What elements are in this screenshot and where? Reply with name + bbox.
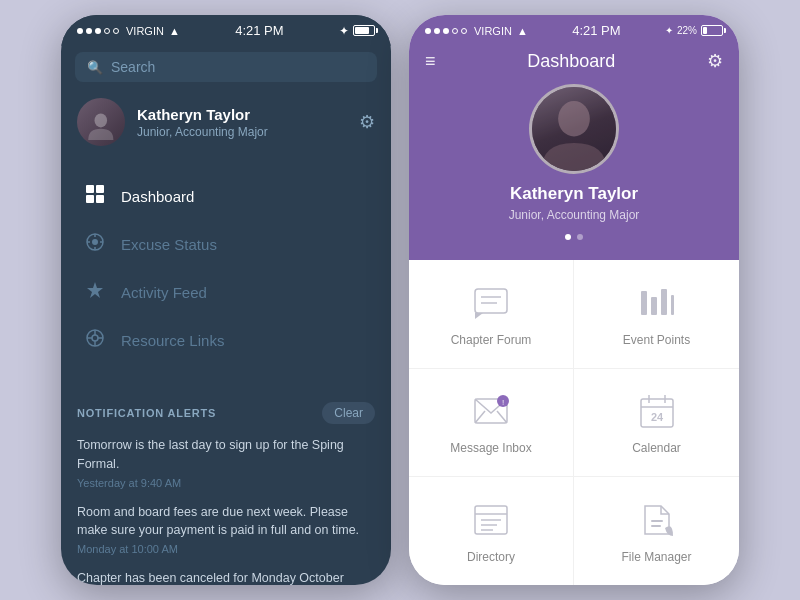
svg-point-6 (92, 239, 98, 245)
svg-point-13 (92, 335, 98, 341)
battery-percent: 22% (677, 25, 697, 36)
user-title-right: Junior, Accounting Major (509, 208, 640, 222)
battery-tip (376, 28, 378, 33)
user-name-left: Katheryn Taylor (137, 106, 359, 123)
phone-right: VIRGIN ▲ 4:21 PM ✦ 22% ≡ Dashboard ⚙ (409, 15, 739, 585)
nav-item-resource-links[interactable]: Resource Links (61, 316, 391, 364)
dashboard-header: ≡ Dashboard ⚙ Katheryn Taylor Junior, Ac… (409, 46, 739, 260)
search-icon: 🔍 (87, 60, 103, 75)
avatar-left (77, 98, 125, 146)
svg-rect-19 (532, 87, 616, 171)
calendar-icon: 24 (635, 389, 679, 433)
notif-time-0: Yesterday at 9:40 AM (77, 477, 375, 489)
nav-item-excuse-status[interactable]: Excuse Status (61, 220, 391, 268)
svg-rect-26 (671, 295, 674, 315)
icon-cell-calendar[interactable]: 24 Calendar (574, 369, 739, 478)
svg-rect-20 (475, 289, 507, 313)
clear-button[interactable]: Clear (322, 402, 375, 424)
svg-point-0 (95, 113, 108, 127)
notif-text-0: Tomorrow is the last day to sign up for … (77, 436, 375, 474)
dashboard-icon (85, 185, 105, 207)
header-top-bar: ≡ Dashboard ⚙ (425, 46, 723, 84)
avatar-right (529, 84, 619, 174)
icon-cell-file-manager[interactable]: File Manager (574, 477, 739, 585)
icon-grid: Chapter Forum Event Points (409, 260, 739, 585)
notif-item-1: Room and board fees are due next week. P… (77, 503, 375, 556)
signal-dot-2 (86, 28, 92, 34)
icon-cell-chapter-forum[interactable]: Chapter Forum (409, 260, 574, 369)
svg-rect-2 (96, 185, 104, 193)
notif-text-1: Room and board fees are due next week. P… (77, 503, 375, 541)
time-left: 4:21 PM (235, 23, 283, 38)
carrier-name-right: VIRGIN (474, 25, 512, 37)
signal-dot-r5 (461, 28, 467, 34)
file-manager-label: File Manager (621, 550, 691, 564)
nav-label-excuse-status: Excuse Status (121, 236, 217, 253)
settings-icon-right[interactable]: ⚙ (707, 50, 723, 72)
carrier-name: VIRGIN (126, 25, 164, 37)
svg-rect-25 (661, 289, 667, 315)
user-info-left: Katheryn Taylor Junior, Accounting Major (137, 106, 359, 139)
phone-left: VIRGIN ▲ 4:21 PM ✦ 🔍 Search (61, 15, 391, 585)
battery-tip-right (724, 28, 726, 33)
message-inbox-label: Message Inbox (450, 441, 531, 455)
screens-container: VIRGIN ▲ 4:21 PM ✦ 🔍 Search (61, 15, 739, 585)
svg-rect-24 (651, 297, 657, 315)
bluetooth-icon: ✦ (339, 24, 349, 38)
icon-cell-message-inbox[interactable]: ! Message Inbox (409, 369, 574, 478)
page-dot-1 (565, 234, 571, 240)
battery-fill (355, 27, 369, 34)
avatar-image-left (77, 98, 125, 146)
settings-icon-left[interactable]: ⚙ (359, 111, 375, 133)
nav-item-dashboard[interactable]: Dashboard (61, 172, 391, 220)
notif-item-0: Tomorrow is the last day to sign up for … (77, 436, 375, 489)
status-bar-right: VIRGIN ▲ 4:21 PM ✦ 22% (409, 15, 739, 46)
svg-rect-4 (96, 195, 104, 203)
nav-item-activity-feed[interactable]: Activity Feed (61, 268, 391, 316)
message-inbox-icon: ! (469, 389, 513, 433)
notif-item-2: Chapter has been canceled for Monday Oct… (77, 569, 375, 585)
signal-dot-5 (113, 28, 119, 34)
icon-cell-directory[interactable]: Directory (409, 477, 574, 585)
carrier-area: VIRGIN ▲ (77, 25, 180, 37)
wifi-icon-right: ▲ (517, 25, 528, 37)
battery-icon (353, 25, 375, 36)
file-manager-icon (635, 498, 679, 542)
time-right: 4:21 PM (572, 23, 620, 38)
user-profile-section: Katheryn Taylor Junior, Accounting Major… (61, 88, 391, 156)
battery-fill-right (703, 27, 707, 34)
avatar-image-right (532, 87, 616, 171)
event-points-icon (635, 281, 679, 325)
bluetooth-icon-right: ✦ (665, 25, 673, 36)
svg-text:!: ! (502, 398, 504, 407)
excuse-status-icon (85, 233, 105, 255)
svg-rect-43 (651, 525, 661, 527)
calendar-label: Calendar (632, 441, 681, 455)
page-dots (565, 234, 583, 240)
event-points-label: Event Points (623, 333, 690, 347)
svg-line-28 (475, 411, 485, 423)
notification-section: NOTIFICATION ALERTS Clear Tomorrow is th… (61, 388, 391, 585)
svg-rect-23 (641, 291, 647, 315)
status-bar-left: VIRGIN ▲ 4:21 PM ✦ (61, 15, 391, 46)
notif-header: NOTIFICATION ALERTS Clear (77, 402, 375, 424)
chapter-forum-icon (469, 281, 513, 325)
battery-area-left: ✦ (339, 24, 375, 38)
activity-feed-icon (85, 281, 105, 303)
resource-links-icon (85, 329, 105, 351)
nav-label-activity-feed: Activity Feed (121, 284, 207, 301)
notif-text-2: Chapter has been canceled for Monday Oct… (77, 569, 375, 585)
nav-menu: Dashboard Excuse Status (61, 164, 391, 372)
hamburger-icon[interactable]: ≡ (425, 51, 436, 72)
icon-cell-event-points[interactable]: Event Points (574, 260, 739, 369)
svg-line-29 (497, 411, 507, 423)
svg-rect-1 (86, 185, 94, 193)
directory-label: Directory (467, 550, 515, 564)
signal-dot-r1 (425, 28, 431, 34)
wifi-icon: ▲ (169, 25, 180, 37)
carrier-area-right: VIRGIN ▲ (425, 25, 528, 37)
svg-rect-42 (651, 520, 663, 522)
user-title-left: Junior, Accounting Major (137, 125, 359, 139)
search-bar[interactable]: 🔍 Search (75, 52, 377, 82)
chapter-forum-label: Chapter Forum (451, 333, 532, 347)
